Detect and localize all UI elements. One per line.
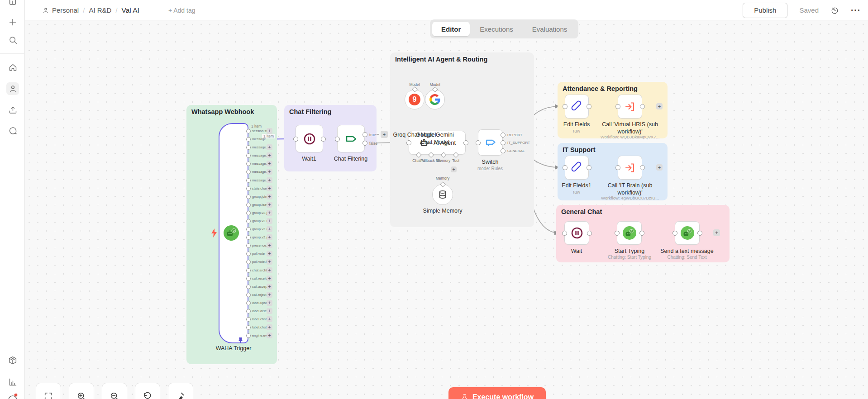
node-google-gemini-chat-model[interactable] xyxy=(425,90,445,109)
add-node-button[interactable]: + xyxy=(267,144,272,150)
add-node-button[interactable]: + xyxy=(267,324,272,330)
output-port[interactable] xyxy=(463,140,468,145)
output-port[interactable] xyxy=(246,162,251,166)
add-node-button[interactable]: + xyxy=(656,164,663,171)
output-port[interactable] xyxy=(587,104,591,109)
node-chat-filtering[interactable] xyxy=(337,125,365,152)
output-port[interactable] xyxy=(246,317,251,322)
sidebar-item-insights[interactable] xyxy=(6,375,19,388)
node-call-it-brain[interactable] xyxy=(618,156,642,180)
output-port[interactable] xyxy=(246,301,251,305)
input-port[interactable] xyxy=(476,140,481,145)
node-switch[interactable] xyxy=(478,129,503,156)
add-node-button[interactable]: + xyxy=(267,169,272,175)
add-node-button[interactable]: + xyxy=(713,229,720,236)
input-port[interactable] xyxy=(615,165,620,170)
node-wait[interactable] xyxy=(564,221,589,245)
output-port-general[interactable] xyxy=(501,148,506,153)
output-port[interactable] xyxy=(246,211,251,215)
output-port-it-support[interactable] xyxy=(501,140,506,145)
add-node-button[interactable]: + xyxy=(267,300,272,306)
sidebar-item-chat[interactable] xyxy=(6,124,19,137)
add-workflow-button[interactable] xyxy=(6,16,19,28)
tab-editor[interactable]: Editor xyxy=(432,22,470,36)
output-port[interactable] xyxy=(246,186,251,191)
node-call-virtual-hris[interactable] xyxy=(618,95,642,119)
output-port[interactable] xyxy=(246,195,251,199)
add-node-button[interactable]: + xyxy=(267,128,272,134)
output-port[interactable] xyxy=(246,268,251,273)
tab-evaluations[interactable]: Evaluations xyxy=(523,22,577,36)
add-node-button[interactable]: + xyxy=(267,292,272,298)
output-port[interactable] xyxy=(246,333,251,338)
output-port[interactable] xyxy=(639,231,644,236)
version-history-button[interactable] xyxy=(830,6,839,14)
add-node-button[interactable]: + xyxy=(267,161,272,166)
output-port[interactable] xyxy=(246,260,251,264)
output-port[interactable] xyxy=(587,231,592,236)
add-node-button[interactable]: + xyxy=(267,251,272,256)
input-port[interactable] xyxy=(563,104,568,109)
input-port[interactable] xyxy=(293,137,298,142)
output-port[interactable] xyxy=(246,293,251,297)
output-port[interactable] xyxy=(246,153,251,158)
node-groq-chat-model[interactable]: 9 xyxy=(405,90,424,109)
add-node-button[interactable]: + xyxy=(267,267,272,273)
node-edit-fields[interactable] xyxy=(565,95,589,119)
output-port[interactable] xyxy=(246,276,251,281)
output-port[interactable] xyxy=(246,178,251,183)
output-port[interactable] xyxy=(246,129,251,133)
output-port-true[interactable] xyxy=(362,132,367,137)
add-node-button[interactable]: + xyxy=(267,316,272,322)
output-port[interactable] xyxy=(321,137,326,142)
add-node-button[interactable]: + xyxy=(267,284,272,290)
output-port[interactable] xyxy=(246,227,251,232)
output-port[interactable] xyxy=(246,309,251,314)
add-node-button[interactable]: + xyxy=(267,210,272,216)
pin-icon[interactable] xyxy=(238,337,243,343)
add-node-button[interactable]: + xyxy=(267,259,272,265)
breadcrumb-project[interactable]: Personal xyxy=(42,6,79,14)
sidebar-item-home[interactable] xyxy=(6,61,19,74)
output-port-report[interactable] xyxy=(501,133,506,138)
publish-button[interactable]: Publish xyxy=(743,3,787,18)
search-button[interactable] xyxy=(6,33,19,46)
node-wait1[interactable] xyxy=(296,125,323,152)
output-port-false[interactable] xyxy=(362,141,367,146)
tidy-up-button[interactable] xyxy=(168,383,193,399)
output-port[interactable] xyxy=(640,104,645,109)
workflow-title[interactable]: Val AI xyxy=(122,6,139,14)
sidebar-item-personal[interactable] xyxy=(6,82,19,95)
output-port[interactable] xyxy=(246,325,251,330)
add-node-button[interactable]: + xyxy=(267,194,272,200)
breadcrumb-folder[interactable]: AI R&D xyxy=(89,6,111,14)
sidebar-item-share[interactable] xyxy=(6,104,19,116)
output-port[interactable] xyxy=(246,203,251,207)
add-node-button[interactable]: + xyxy=(267,308,272,314)
tab-executions[interactable]: Executions xyxy=(471,22,522,36)
add-tag-button[interactable]: + Add tag xyxy=(168,7,196,14)
output-port[interactable] xyxy=(246,219,251,223)
add-node-button[interactable]: + xyxy=(267,234,272,240)
output-port[interactable] xyxy=(246,137,251,142)
add-node-button[interactable]: + xyxy=(267,177,272,183)
add-node-button[interactable]: + xyxy=(267,276,272,281)
add-node-button[interactable]: + xyxy=(267,185,272,191)
add-node-button[interactable]: + xyxy=(267,226,272,232)
add-node-button[interactable]: + xyxy=(267,202,272,208)
output-port[interactable] xyxy=(246,145,251,150)
zoom-in-button[interactable] xyxy=(69,383,94,399)
output-port[interactable] xyxy=(640,165,645,170)
output-port[interactable] xyxy=(246,235,251,240)
add-node-button[interactable]: + xyxy=(267,332,272,338)
workflow-canvas[interactable]: Whatsapp Webhook Chat Filtering Intellig… xyxy=(25,20,868,399)
more-options-button[interactable]: ··· xyxy=(851,5,861,15)
output-port[interactable] xyxy=(246,243,251,248)
input-port[interactable] xyxy=(615,231,620,236)
node-start-typing[interactable] xyxy=(617,221,642,245)
sidebar-item-templates[interactable] xyxy=(6,354,19,367)
output-port[interactable] xyxy=(697,231,702,236)
input-port[interactable] xyxy=(615,104,620,109)
input-port[interactable] xyxy=(335,137,340,142)
execute-workflow-button[interactable]: Execute workflow xyxy=(448,387,546,399)
